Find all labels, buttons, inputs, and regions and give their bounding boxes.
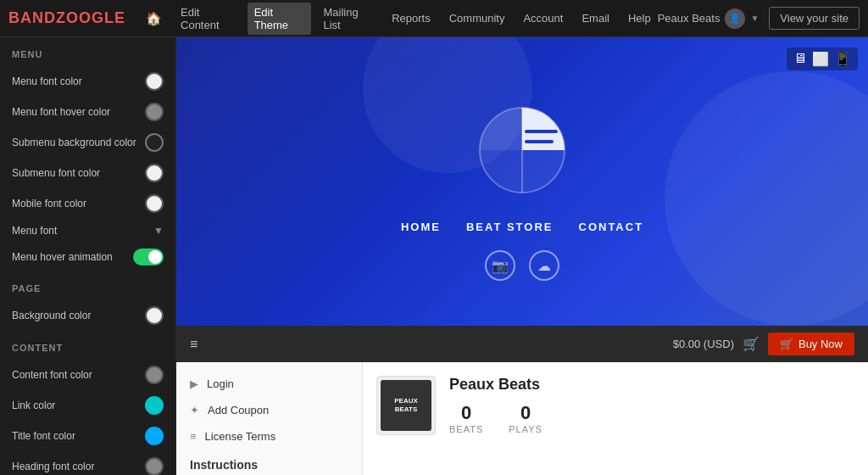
sidebar-item-menu-font-color: Menu font color xyxy=(0,66,175,97)
plays-label: PLAYS xyxy=(509,424,542,434)
plays-value: 0 xyxy=(509,402,542,424)
mobile-font-color-swatch[interactable] xyxy=(145,194,164,213)
user-menu[interactable]: Peaux Beats 👤 ▼ xyxy=(658,8,760,29)
content-area: 🖥 ⬜ 📱 xyxy=(176,37,868,475)
menu-font-color-swatch[interactable] xyxy=(145,72,164,91)
sidebar-item-title-font-color: Title font color xyxy=(0,421,175,451)
bg-decoration xyxy=(665,71,868,326)
sidebar-item-submenu-font-color: Submenu font color xyxy=(0,158,175,188)
license-icon: ≡ xyxy=(190,430,197,443)
nav-email[interactable]: Email xyxy=(575,8,616,28)
device-icons: 🖥 ⬜ 📱 xyxy=(787,48,858,70)
beat-stats: 0 BEATS 0 PLAYS xyxy=(449,402,854,434)
preview-nav-beat-store[interactable]: BEAT STORE xyxy=(466,221,554,233)
user-name: Peaux Beats xyxy=(658,12,721,25)
brand-name-start: BAND xyxy=(8,9,56,26)
store-menu: ▶ Login ✦ Add Coupon ≡ License Terms Ins… xyxy=(176,362,363,475)
beat-store-header: ≡ $0.00 (USD) 🛒 🛒 Buy Now xyxy=(176,326,868,362)
license-terms-label: License Terms xyxy=(205,430,276,443)
beat-thumbnail-inner: PEAUXBEATS xyxy=(381,380,431,431)
title-font-color-swatch[interactable] xyxy=(145,427,164,445)
store-right: PEAUXBEATS Peaux Beats 0 BEATS xyxy=(363,362,868,475)
preview-nav-home[interactable]: HOME xyxy=(401,221,441,233)
chevron-down-icon: ▼ xyxy=(750,14,759,23)
login-icon: ▶ xyxy=(190,377,198,390)
sidebar-item-menu-hover-animation: Menu hover animation xyxy=(0,243,175,271)
beat-store-body: ▶ Login ✦ Add Coupon ≡ License Terms Ins… xyxy=(176,362,868,475)
price-value: $0.00 (USD) xyxy=(673,338,734,350)
instructions-title: Instructions xyxy=(176,450,362,475)
preview-social: 📷 ☁ xyxy=(485,250,559,281)
menu-hover-animation-toggle[interactable] xyxy=(133,249,164,265)
price-display: $0.00 (USD) 🛒 🛒 Buy Now xyxy=(673,332,854,355)
preview-nav: HOME BEAT STORE CONTACT xyxy=(401,221,643,233)
preview-logo-svg xyxy=(471,99,573,201)
home-nav-link[interactable]: 🏠 xyxy=(139,8,169,30)
sidebar-item-menu-font-hover-color: Menu font hover color xyxy=(0,97,175,127)
mobile-icon[interactable]: 📱 xyxy=(834,51,851,67)
link-color-swatch[interactable] xyxy=(145,396,164,415)
beat-name: Peaux Beats xyxy=(449,376,854,394)
sidebar-item-heading-font-color: Heading font color xyxy=(0,451,175,475)
brand-accent: Z xyxy=(56,9,66,26)
content-font-color-swatch[interactable] xyxy=(145,366,164,384)
submenu-font-color-swatch[interactable] xyxy=(145,164,164,182)
instagram-icon[interactable]: 📷 xyxy=(485,250,515,281)
beats-label: BEATS xyxy=(449,424,483,434)
beat-details: Peaux Beats 0 BEATS 0 PLAYS xyxy=(449,376,854,434)
sidebar-item-link-color: Link color xyxy=(0,390,175,421)
nav-links: 🏠 Edit Content Edit Theme Mailing List R… xyxy=(139,3,658,35)
nav-mailing-list[interactable]: Mailing List xyxy=(316,3,380,35)
nav-account[interactable]: Account xyxy=(516,8,570,28)
bg-color-swatch[interactable] xyxy=(145,306,164,325)
sidebar-item-bg-color: Background color xyxy=(0,300,175,331)
beats-value: 0 xyxy=(449,402,483,424)
brand-logo: BANDZOOGLE xyxy=(8,9,125,27)
preview-nav-contact[interactable]: CONTACT xyxy=(579,221,644,233)
beats-stat: 0 BEATS xyxy=(449,402,483,434)
beat-store-section: ≡ $0.00 (USD) 🛒 🛒 Buy Now ▶ Login xyxy=(176,326,868,475)
nav-right: Peaux Beats 👤 ▼ View your site xyxy=(658,7,860,30)
hamburger-icon[interactable]: ≡ xyxy=(190,337,198,352)
submenu-bg-color-swatch[interactable] xyxy=(145,133,164,152)
sidebar-item-submenu-bg-color: Submenu background color xyxy=(0,127,175,158)
nav-help[interactable]: Help xyxy=(621,8,658,28)
beat-info: PEAUXBEATS Peaux Beats 0 BEATS xyxy=(376,376,854,435)
avatar: 👤 xyxy=(725,8,745,29)
main-layout: MENU Menu font color Menu font hover col… xyxy=(0,37,868,475)
chevron-down-icon: ▼ xyxy=(153,225,164,237)
preview-logo xyxy=(471,99,573,204)
cart-icon[interactable]: 🛒 xyxy=(743,336,760,352)
nav-edit-content[interactable]: Edit Content xyxy=(174,3,242,35)
beat-thumbnail: PEAUXBEATS xyxy=(376,376,436,435)
coupon-icon: ✦ xyxy=(190,404,199,416)
menu-font-hover-color-swatch[interactable] xyxy=(145,103,164,121)
tablet-icon[interactable]: ⬜ xyxy=(812,51,829,67)
heading-font-color-swatch[interactable] xyxy=(145,457,164,475)
nav-community[interactable]: Community xyxy=(442,8,512,28)
buy-now-label: Buy Now xyxy=(798,338,843,350)
sidebar-item-mobile-font-color: Mobile font color xyxy=(0,188,175,219)
sidebar-item-content-font-color: Content font color xyxy=(0,360,175,390)
add-coupon-label: Add Coupon xyxy=(208,404,269,416)
login-label: Login xyxy=(207,377,234,390)
nav-reports[interactable]: Reports xyxy=(385,8,437,28)
desktop-icon[interactable]: 🖥 xyxy=(793,51,807,67)
soundcloud-icon[interactable]: ☁ xyxy=(529,250,559,281)
plays-stat: 0 PLAYS xyxy=(509,402,542,434)
store-menu-add-coupon[interactable]: ✦ Add Coupon xyxy=(176,397,362,423)
sidebar-section-menu: MENU xyxy=(0,37,175,66)
sidebar-section-page: PAGE xyxy=(0,271,175,300)
cart-btn-icon: 🛒 xyxy=(780,338,793,350)
sidebar-item-menu-font[interactable]: Menu font ▼ xyxy=(0,219,175,243)
brand-name-end: OOGLE xyxy=(66,9,125,26)
beat-thumbnail-text: PEAUXBEATS xyxy=(394,397,418,415)
top-nav: BANDZOOGLE 🏠 Edit Content Edit Theme Mai… xyxy=(0,0,868,37)
store-menu-login[interactable]: ▶ Login xyxy=(176,371,362,397)
store-menu-license-terms[interactable]: ≡ License Terms xyxy=(176,423,362,450)
buy-now-button[interactable]: 🛒 Buy Now xyxy=(768,332,854,355)
sidebar: MENU Menu font color Menu font hover col… xyxy=(0,37,176,475)
nav-edit-theme[interactable]: Edit Theme xyxy=(248,3,312,35)
sidebar-section-content: CONTENT xyxy=(0,331,175,360)
view-site-button[interactable]: View your site xyxy=(769,7,860,30)
